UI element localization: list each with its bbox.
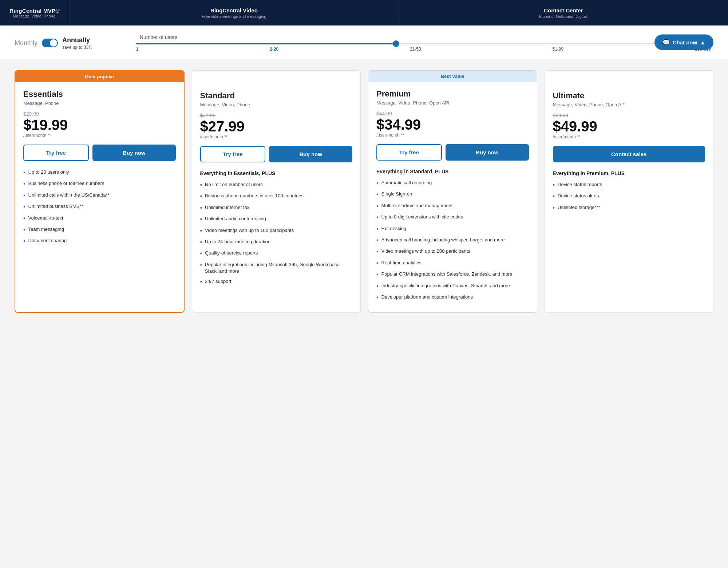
plan-desc-standard: Message, Video, Phone <box>200 102 353 107</box>
feature-item: Single Sign-on <box>376 191 529 198</box>
plan-desc-premium: Message, Video, Phone, Open API <box>376 100 529 106</box>
save-text: save up to 33% <box>62 45 92 50</box>
tab-video-name: RingCentral Video <box>202 7 266 13</box>
feature-item: Unlimited storage*** <box>553 204 705 212</box>
feature-item: Business phone numbers in over 100 count… <box>200 193 353 200</box>
feature-item: Up to 24-hour meeting duration <box>200 238 353 246</box>
feature-item: Video meetings with up to 100 participan… <box>200 227 353 235</box>
plan-price-ultimate: $49.99 <box>553 119 705 134</box>
feature-item: Industry-specific integrations with Canv… <box>376 283 529 290</box>
tab-contact-name: Contact Center <box>539 7 588 13</box>
original-price-premium: $44.99 <box>376 111 529 117</box>
controls-row: Monthly Annually save up to 33% Number o… <box>0 25 728 59</box>
slider-track <box>136 43 713 44</box>
empty-badge <box>192 71 361 84</box>
brand-logo[interactable]: RingCentral MVP® Message. Video. Phone. <box>0 0 69 25</box>
popular-badge: Most popular <box>15 71 184 82</box>
plan-card-ultimate: Ultimate Message, Video, Phone, Open API… <box>545 70 714 313</box>
try-free-button-premium[interactable]: Try free <box>376 144 442 161</box>
monthly-label: Monthly <box>15 39 37 47</box>
buy-now-button-premium[interactable]: Buy now <box>446 144 529 161</box>
best-value-badge: Best value <box>368 71 537 82</box>
chat-chevron-icon: ▲ <box>700 39 705 46</box>
plan-name-essentials: Essentials <box>23 90 176 99</box>
plan-price-standard: $27.99 <box>200 119 353 134</box>
try-free-button-standard[interactable]: Try free <box>200 146 266 162</box>
try-free-button-essentials[interactable]: Try free <box>23 145 89 161</box>
plan-period-essentials: /user/month ** <box>23 133 176 138</box>
plan-period-ultimate: /user/month ** <box>553 134 705 139</box>
feature-item: Hot desking <box>376 225 529 233</box>
chat-now-button[interactable]: 💬 Chat now ▲ <box>654 35 713 50</box>
plan-features-premium: Automatic call recordingSingle Sign-onMu… <box>376 180 529 301</box>
feature-item: Unlimited calls within the US/Canada** <box>23 192 176 200</box>
feature-item: Automatic call recording <box>376 180 529 187</box>
feature-item: Up to 20 users only <box>23 169 176 177</box>
feature-item: Device status alerts <box>553 193 705 200</box>
slider-fill <box>136 43 396 44</box>
annually-label: Annually <box>62 36 92 44</box>
tab-video[interactable]: RingCentral Video Free video meetings an… <box>69 0 399 25</box>
feature-item: No limit on number of users <box>200 181 353 189</box>
buy-now-button-essentials[interactable]: Buy now <box>92 145 176 161</box>
plan-card-standard: Standard Message, Video, Phone $37.99 $2… <box>192 70 361 313</box>
original-price-standard: $37.99 <box>200 113 353 118</box>
chat-now-label: Chat now <box>673 39 697 46</box>
toggle-knob <box>50 39 57 47</box>
plan-features-standard: No limit on number of usersBusiness phon… <box>200 181 353 286</box>
brand-tagline: Message. Video. Phone. <box>9 14 60 18</box>
original-price-essentials: $29.99 <box>23 111 176 117</box>
empty-badge <box>545 71 713 84</box>
feature-item: Device status reports <box>553 181 705 189</box>
slider-tick-21-50[interactable]: 21-50 <box>410 47 421 52</box>
slider-labels: 1 2-20 21-50 51-99 100-999+ <box>136 47 713 52</box>
feature-item: Team messaging <box>23 226 176 234</box>
header: RingCentral MVP® Message. Video. Phone. … <box>0 0 728 25</box>
plus-label-standard: Everything in Essentials, PLUS <box>200 170 353 176</box>
plan-price-premium: $34.99 <box>376 117 529 132</box>
feature-item: Popular CRM integrations with Salesforce… <box>376 271 529 279</box>
feature-item: Unlimited audio conferencing <box>200 216 353 223</box>
plan-actions-essentials: Try free Buy now <box>23 145 176 161</box>
pricing-section: Most popular Essentials Message, Phone $… <box>0 59 728 327</box>
chat-icon: 💬 <box>662 39 670 46</box>
plan-name-ultimate: Ultimate <box>553 91 705 100</box>
plan-features-ultimate: Device status reportsDevice status alert… <box>553 181 705 212</box>
plan-desc-ultimate: Message, Video, Phone, Open API <box>553 102 705 107</box>
plan-desc-essentials: Message, Phone <box>23 100 176 106</box>
tab-video-sub: Free video meetings and messaging <box>202 14 266 19</box>
plus-label-premium: Everything in Standard, PLUS <box>376 169 529 174</box>
feature-item: Popular integrations including Microsoft… <box>200 261 353 275</box>
slider-thumb[interactable] <box>393 40 399 47</box>
feature-item: Voicemail-to-text <box>23 215 176 222</box>
plan-actions-premium: Try free Buy now <box>376 144 529 161</box>
feature-item: Up to 8-digit extensions with site codes <box>376 214 529 221</box>
tab-contact-sub: Inbound. Outbound. Digital. <box>539 14 588 19</box>
contact-sales-button-ultimate[interactable]: Contact sales <box>553 146 705 162</box>
buy-now-button-standard[interactable]: Buy now <box>269 146 352 162</box>
plan-actions-ultimate: Contact sales <box>553 146 705 162</box>
users-slider-group: Number of users 1 2-20 21-50 51-99 100-9… <box>136 34 713 52</box>
plan-price-essentials: $19.99 <box>23 118 176 132</box>
feature-item: Quality-of-service reports <box>200 250 353 257</box>
billing-toggle-group: Monthly Annually save up to 33% <box>15 36 92 50</box>
users-label: Number of users <box>140 34 177 40</box>
feature-item: Developer platform and custom integratio… <box>376 294 529 301</box>
plan-card-essentials: Most popular Essentials Message, Phone $… <box>15 70 185 313</box>
users-slider-container: 1 2-20 21-50 51-99 100-999+ <box>136 43 713 52</box>
tab-contact-center[interactable]: Contact Center Inbound. Outbound. Digita… <box>399 0 728 25</box>
feature-item: Unlimited internet fax <box>200 204 353 212</box>
plan-card-premium: Best value Premium Message, Video, Phone… <box>368 70 537 313</box>
plus-label-ultimate: Everything in Premium, PLUS <box>553 170 705 176</box>
plan-actions-standard: Try free Buy now <box>200 146 353 162</box>
slider-tick-1[interactable]: 1 <box>136 47 139 52</box>
feature-item: Document sharing <box>23 237 176 245</box>
slider-tick-51-99[interactable]: 51-99 <box>552 47 563 52</box>
feature-item: Unlimited business SMS** <box>23 203 176 211</box>
billing-toggle-switch[interactable] <box>42 39 58 47</box>
plan-name-premium: Premium <box>376 89 529 99</box>
feature-item: Business phone or toll-free numbers <box>23 180 176 188</box>
plan-period-standard: /user/month ** <box>200 134 353 139</box>
slider-tick-2-20[interactable]: 2-20 <box>270 47 278 52</box>
brand-name: RingCentral MVP® <box>9 8 60 14</box>
